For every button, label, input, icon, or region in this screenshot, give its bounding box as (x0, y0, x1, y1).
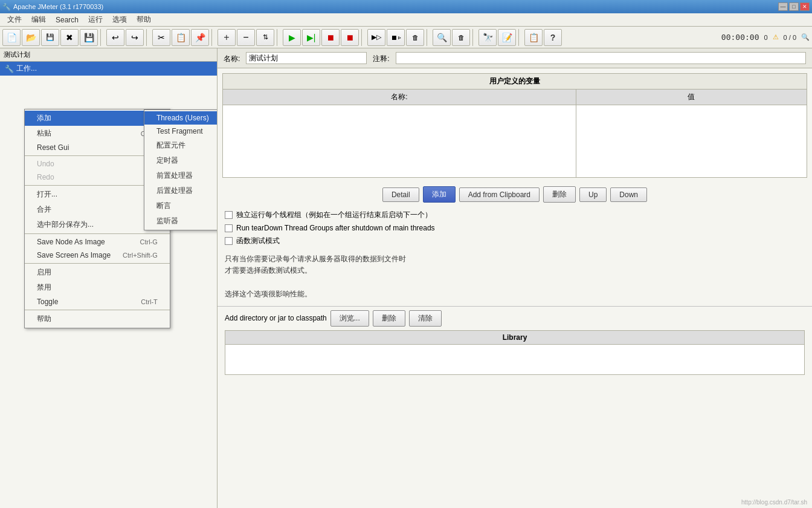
context-menu-level2: Threads (Users) ▶ Test Fragment ▶ 配置元件 ▶… (144, 109, 218, 230)
ctx-test-fragment[interactable]: Test Fragment ▶ (144, 125, 218, 138)
toolbar-sep-5 (361, 29, 365, 46)
col-value-header: 值 (576, 90, 807, 105)
menu-file[interactable]: 文件 (2, 13, 27, 26)
remote-run-button[interactable]: ▶▷ (367, 29, 385, 46)
close-file-button[interactable]: ✖ (60, 29, 79, 46)
ctx-save-screen-img-label: Save Screen As Image (37, 251, 111, 259)
binoculars-button[interactable]: 🔭 (478, 29, 497, 46)
toolbar: 📄 📂 💾 ✖ 💾 ↩ ↪ ✂ 📋 📌 + − ⇅ ▶ ▶| ⏹ ⏹ ▶▷ ⏹▷… (0, 27, 812, 48)
delete-classpath-button[interactable]: 删除 (373, 310, 405, 327)
ctx-enable[interactable]: 启用 (25, 265, 170, 280)
new-button[interactable]: 📄 (2, 29, 21, 46)
panel-header: 名称: 注释: (218, 48, 812, 68)
comment-label: 注释: (373, 52, 389, 64)
desc-line1: 只有当你需要记录每个请求从服务器取得的数据到文件时 (225, 253, 805, 265)
left-panel: 测试计划 🔧 工作... 添加 ▶ 粘贴 Ctrl-V Reset Gui (0, 48, 218, 508)
ctx-threads[interactable]: Threads (Users) ▶ (144, 111, 218, 125)
remote-clear-button[interactable]: 🗑 (406, 29, 424, 46)
down-var-button[interactable]: Down (610, 187, 647, 202)
ctx-save-node-shortcut: Ctrl-G (140, 238, 158, 246)
var-table-title: 用户定义的变量 (222, 73, 807, 89)
menu-run[interactable]: 运行 (83, 13, 108, 26)
library-row (225, 344, 805, 374)
app-icon: 🔧 (2, 3, 11, 11)
ctx-config[interactable]: 配置元件 ▶ (144, 138, 218, 153)
clear-classpath-button[interactable]: 清除 (409, 310, 442, 327)
cut-button[interactable]: ✂ (152, 29, 170, 46)
count1: 0 (764, 34, 767, 41)
template-button[interactable]: 📝 (498, 29, 516, 46)
desc-line3: 选择这个选项很影响性能。 (225, 288, 805, 300)
detail-button[interactable]: Detail (382, 187, 419, 202)
ctx-save-node-img[interactable]: Save Node As Image Ctrl-G (25, 235, 170, 249)
ctx-open-label: 打开... (37, 189, 57, 200)
stop-all-button[interactable]: ⏹ (341, 29, 359, 46)
ctx-disable[interactable]: 禁用 (25, 280, 170, 295)
checkbox-independent-label: 独立运行每个线程组（例如在一个组运行结束后启动下一个） (236, 210, 432, 220)
watermark: http://blog.csdn.d7/tar.sh (741, 499, 807, 506)
ctx-save-selected-label: 选中部分保存为... (37, 220, 94, 230)
app-title: Apache JMeter (3.1 r1770033) (13, 3, 103, 10)
menu-bar: 文件 编辑 Search 运行 选项 帮助 (0, 13, 812, 27)
toolbar-sep-2 (146, 29, 150, 46)
classpath-section: Add directory or jar to classpath 浏览... … (218, 306, 812, 379)
var-value-cell[interactable] (576, 105, 807, 178)
checkbox-independent-threads[interactable] (225, 211, 233, 219)
add-var-button[interactable]: 添加 (423, 186, 456, 203)
save-button[interactable]: 💾 (80, 29, 98, 46)
clear2-button[interactable]: 🗑 (452, 29, 470, 46)
redo-button[interactable]: ↪ (126, 29, 144, 46)
zoom-icon[interactable]: 🔍 (801, 33, 810, 41)
remove-node-button[interactable]: − (237, 29, 255, 46)
checkbox-functional[interactable] (225, 237, 233, 245)
ctx-post-proc[interactable]: 后置处理器 ▶ (144, 183, 218, 198)
menu-help[interactable]: 帮助 (132, 13, 156, 26)
var-table-section: 用户定义的变量 名称: 值 (218, 68, 812, 183)
remote-stop-button[interactable]: ⏹▷ (387, 29, 405, 46)
stop-button[interactable]: ⏹ (321, 29, 340, 46)
paste-button[interactable]: 📌 (191, 29, 209, 46)
title-input[interactable] (246, 52, 367, 64)
run-button[interactable]: ▶ (283, 29, 301, 46)
copy-button[interactable]: 📋 (172, 29, 190, 46)
menu-options[interactable]: 选项 (108, 13, 132, 26)
title-bar-controls[interactable]: — □ ✕ (778, 2, 810, 11)
ctx-assertion[interactable]: 断言 ▶ (144, 198, 218, 213)
checkbox-teardown[interactable] (225, 224, 233, 232)
ctx-listener[interactable]: 监听器 ▶ (144, 213, 218, 229)
clear-button[interactable]: ⇅ (256, 29, 274, 46)
up-var-button[interactable]: Up (579, 187, 607, 202)
add-node-button[interactable]: + (218, 29, 236, 46)
ctx-help-label: 帮助 (37, 314, 51, 324)
ctx-save-node-img-label: Save Node As Image (37, 238, 105, 246)
ctx-timer[interactable]: 定时器 ▶ (144, 153, 218, 168)
ctx-add-label: 添加 (37, 113, 51, 123)
minimize-button[interactable]: — (778, 2, 788, 11)
ctx-help[interactable]: 帮助 (25, 311, 170, 327)
ctx-toggle[interactable]: Toggle Ctrl-T (25, 295, 170, 308)
save-all-button[interactable]: 💾 (41, 29, 59, 46)
ctx-pre-proc[interactable]: 前置处理器 ▶ (144, 168, 218, 183)
menu-edit[interactable]: 编辑 (27, 13, 51, 26)
help-tb-button[interactable]: ? (544, 29, 562, 46)
ctx-paste-label: 粘贴 (37, 128, 51, 138)
browse-button[interactable]: 🔍 (433, 29, 451, 46)
maximize-button[interactable]: □ (789, 2, 799, 11)
browse-classpath-button[interactable]: 浏览... (330, 310, 369, 327)
add-clipboard-button[interactable]: Add from Clipboard (459, 187, 540, 202)
open-button[interactable]: 📂 (22, 29, 40, 46)
ctx-sep-3 (25, 233, 170, 234)
comment-input[interactable] (396, 52, 806, 64)
var-name-cell[interactable] (223, 105, 576, 178)
undo-button[interactable]: ↩ (106, 29, 124, 46)
timer-display: 00:00:00 (721, 33, 759, 42)
run-all-button[interactable]: ▶| (302, 29, 320, 46)
ctx-timer-label: 定时器 (156, 155, 178, 166)
list-button[interactable]: 📋 (524, 29, 543, 46)
menu-search[interactable]: Search (51, 15, 83, 25)
close-button[interactable]: ✕ (800, 2, 810, 11)
check-row-1: Run tearDown Thread Groups after shutdow… (225, 224, 805, 232)
ctx-save-screen-img[interactable]: Save Screen As Image Ctrl+Shift-G (25, 249, 170, 262)
delete-var-button[interactable]: 删除 (543, 186, 576, 203)
checkbox-teardown-label: Run tearDown Thread Groups after shutdow… (236, 224, 435, 232)
